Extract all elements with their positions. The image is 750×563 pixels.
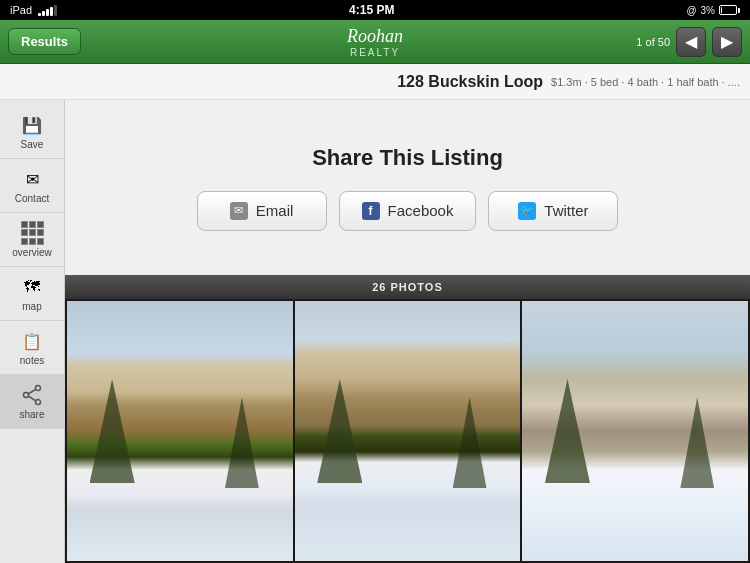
share-title: Share This Listing	[312, 145, 503, 171]
facebook-share-button[interactable]: f Facebook	[339, 191, 477, 231]
svg-line-3	[28, 389, 36, 394]
sidebar-item-share[interactable]: share	[0, 375, 64, 429]
next-button[interactable]: ▶	[712, 27, 742, 57]
logo-italic: Roohan	[347, 26, 403, 46]
sidebar-label-contact: Contact	[15, 193, 49, 204]
email-label: Email	[256, 202, 294, 219]
battery-icon: @	[686, 5, 696, 16]
nav-right: 1 of 50 ◀ ▶	[636, 27, 742, 57]
twitter-icon: 🐦	[518, 202, 536, 220]
status-left: iPad	[10, 4, 57, 16]
twitter-share-button[interactable]: 🐦 Twitter	[488, 191, 618, 231]
prev-button[interactable]: ◀	[676, 27, 706, 57]
sidebar: 💾 Save ✉ Contact overview 🗺 map 📋 notes	[0, 100, 65, 563]
save-icon: 💾	[18, 113, 46, 137]
property-details: $1.3m · 5 bed · 4 bath · 1 half bath · .…	[551, 76, 740, 88]
sidebar-item-contact[interactable]: ✉ Contact	[0, 159, 64, 213]
sidebar-label-share: share	[19, 409, 44, 420]
content-area: Share This Listing ✉ Email f Facebook 🐦 …	[65, 100, 750, 563]
logo-sub: Realty	[347, 47, 403, 58]
share-icon	[18, 383, 46, 407]
main-layout: 💾 Save ✉ Contact overview 🗺 map 📋 notes	[0, 100, 750, 563]
page-count: 1 of 50	[636, 36, 670, 48]
device-label: iPad	[10, 4, 32, 16]
sidebar-label-overview: overview	[12, 247, 51, 258]
photo-1[interactable]	[67, 301, 293, 561]
overview-icon	[18, 221, 46, 245]
signal-bar-1	[38, 13, 41, 16]
property-name: 128 Buckskin Loop	[397, 73, 543, 91]
svg-point-1	[24, 393, 29, 398]
sidebar-item-map[interactable]: 🗺 map	[0, 267, 64, 321]
photos-grid	[65, 299, 750, 563]
twitter-label: Twitter	[544, 202, 588, 219]
facebook-icon: f	[362, 202, 380, 220]
share-buttons: ✉ Email f Facebook 🐦 Twitter	[197, 191, 619, 231]
photo-2[interactable]	[295, 301, 521, 561]
sidebar-item-notes[interactable]: 📋 notes	[0, 321, 64, 375]
signal-bar-4	[50, 7, 53, 16]
sidebar-item-overview[interactable]: overview	[0, 213, 64, 267]
sidebar-label-map: map	[22, 301, 41, 312]
photos-count-label: 26 PHOTOS	[372, 281, 443, 293]
battery-percent: 3%	[701, 5, 715, 16]
battery-body	[719, 5, 737, 15]
notes-icon: 📋	[18, 329, 46, 353]
sidebar-item-save[interactable]: 💾 Save	[0, 105, 64, 159]
signal-bar-3	[46, 9, 49, 16]
status-time: 4:15 PM	[349, 3, 394, 17]
signal-bars	[38, 4, 57, 16]
status-bar: iPad 4:15 PM @ 3%	[0, 0, 750, 20]
battery-indicator	[719, 5, 740, 15]
share-panel: Share This Listing ✉ Email f Facebook 🐦 …	[65, 100, 750, 275]
photos-strip: 26 PHOTOS	[65, 275, 750, 563]
svg-line-4	[28, 396, 36, 401]
email-share-button[interactable]: ✉ Email	[197, 191, 327, 231]
logo-container: Roohan Realty	[347, 26, 403, 58]
property-bar: 128 Buckskin Loop $1.3m · 5 bed · 4 bath…	[0, 64, 750, 100]
photos-label-bar: 26 PHOTOS	[65, 275, 750, 299]
results-button[interactable]: Results	[8, 28, 81, 55]
battery-fill	[721, 7, 722, 13]
map-icon: 🗺	[18, 275, 46, 299]
battery-nub	[738, 8, 740, 13]
sidebar-label-save: Save	[21, 139, 44, 150]
sidebar-label-notes: notes	[20, 355, 44, 366]
status-right: @ 3%	[686, 5, 740, 16]
top-nav: Results Roohan Realty 1 of 50 ◀ ▶	[0, 20, 750, 64]
email-icon: ✉	[230, 202, 248, 220]
facebook-label: Facebook	[388, 202, 454, 219]
signal-bar-2	[42, 11, 45, 16]
logo-main: Roohan	[347, 26, 403, 47]
signal-bar-5	[54, 5, 57, 16]
contact-icon: ✉	[18, 167, 46, 191]
photo-3[interactable]	[522, 301, 748, 561]
